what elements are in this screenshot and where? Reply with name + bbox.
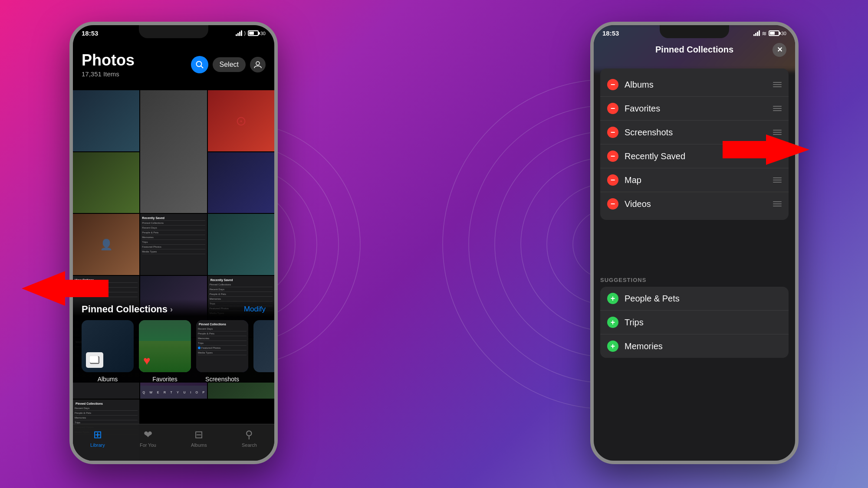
volume-up-button — [69, 90, 71, 112]
wifi-icon-right: ≋ — [762, 30, 767, 37]
remove-recently-saved-button[interactable]: − — [607, 151, 618, 162]
tab-albums-label: Albums — [191, 442, 207, 448]
photo-cell: 👤 — [73, 214, 139, 275]
right-volume-down — [590, 118, 592, 140]
suggestion-memories[interactable]: + Memories — [600, 334, 789, 358]
tab-library-label: Library — [90, 442, 105, 448]
albums-svg — [89, 356, 100, 364]
status-icons-right: ≋ 30 — [753, 30, 786, 37]
notch — [139, 25, 208, 38]
battery-percent-right: 30 — [781, 31, 786, 36]
list-item-videos-label: Videos — [625, 199, 769, 209]
photo-cell — [73, 152, 139, 213]
suggestions-list: + People & Pets + Trips + Memories — [600, 287, 789, 358]
header-buttons: Select — [191, 56, 266, 73]
screenshots-label: Screenshots — [205, 376, 239, 383]
svg-marker-16 — [22, 271, 108, 306]
signal-icon-left — [236, 30, 242, 36]
tab-albums[interactable]: ⊟ Albums — [191, 429, 207, 448]
suggestion-trips[interactable]: + Trips — [600, 311, 789, 334]
tab-search[interactable]: ⚲ Search — [242, 429, 257, 448]
tab-for-you-label: For You — [140, 442, 156, 448]
photos-title-block: Photos 17,351 Items — [82, 51, 135, 78]
photo-cell — [140, 90, 207, 213]
tab-library[interactable]: ⊞ Library — [90, 429, 105, 448]
favorites-thumb: ♥ — [139, 320, 191, 372]
list-item-videos[interactable]: − Videos — [600, 192, 789, 216]
left-phone: 18:53 ⟩ 30 Photos 17,351 Items — [69, 22, 278, 464]
add-memories-button[interactable]: + — [607, 341, 618, 352]
remove-screenshots-button[interactable]: − — [607, 127, 618, 138]
add-people-pets-button[interactable]: + — [607, 293, 618, 304]
suggestions-label: SUGGESTIONS — [600, 277, 789, 283]
remove-albums-button[interactable]: − — [607, 79, 618, 90]
svg-line-12 — [201, 66, 203, 68]
photos-title: Photos — [82, 51, 135, 69]
signal-icon-right — [753, 30, 760, 36]
photo-cell — [208, 214, 274, 275]
search-button[interactable] — [191, 56, 208, 73]
status-time-right: 18:53 — [602, 29, 619, 37]
modal-title: Pinned Collections — [655, 45, 733, 55]
suggestions-section: SUGGESTIONS + People & Pets + Trips + Me… — [594, 277, 795, 358]
remove-map-button[interactable]: − — [607, 174, 618, 186]
add-trips-button[interactable]: + — [607, 317, 618, 328]
tab-for-you[interactable]: ❤ For You — [140, 429, 156, 448]
pinned-collections-section: Pinned Collections › Modify — [73, 299, 274, 383]
photo-cell: Recently Saved Pinned Collections Recent… — [140, 214, 207, 275]
photo-cell: ⊙ — [208, 90, 274, 151]
list-item-albums[interactable]: − Albums — [600, 73, 789, 97]
suggestion-people-pets[interactable]: + People & Pets — [600, 287, 789, 311]
drag-handle-favorites[interactable] — [773, 106, 782, 111]
right-volume-up — [590, 90, 592, 112]
right-arrow — [723, 134, 809, 165]
remove-favorites-button[interactable]: − — [607, 103, 618, 114]
right-phone-content: 18:53 ≋ 30 Pinned Collections ✕ − Albums — [594, 25, 795, 461]
drag-handle-map[interactable] — [773, 177, 782, 183]
status-icons-left: ⟩ 30 — [236, 30, 266, 36]
svg-point-13 — [256, 62, 260, 65]
battery-fill-right — [770, 32, 775, 35]
albums-label: Albums — [98, 376, 118, 383]
battery-percent-left: 30 — [260, 31, 266, 36]
photo-cell — [73, 90, 139, 151]
battery-icon-left — [248, 30, 259, 36]
profile-button[interactable] — [250, 57, 266, 72]
svg-marker-17 — [723, 134, 809, 165]
remove-videos-button[interactable]: − — [607, 198, 618, 210]
right-power-button — [797, 99, 799, 129]
battery-fill — [249, 32, 254, 35]
suggestion-trips-label: Trips — [625, 318, 782, 328]
collection-screenshots[interactable]: Pinned Collections Recent Days People & … — [196, 320, 248, 383]
screenshots-mini: Pinned Collections Recent Days People & … — [196, 320, 248, 372]
modify-button[interactable]: Modify — [244, 305, 266, 314]
album-icon — [86, 352, 103, 368]
library-icon: ⊞ — [93, 429, 102, 441]
photos-header: Photos 17,351 Items Select — [73, 47, 274, 80]
select-button[interactable]: Select — [213, 57, 246, 72]
favorites-label: Favorites — [152, 376, 178, 383]
photos-subtitle: 17,351 Items — [82, 70, 135, 78]
drag-handle-videos[interactable] — [773, 201, 782, 206]
albums-thumb — [82, 320, 134, 372]
list-item-map[interactable]: − Map — [600, 168, 789, 192]
collection-favorites[interactable]: ♥ Favorites — [139, 320, 191, 383]
photos-title-row: Photos 17,351 Items Select — [82, 51, 266, 78]
tab-bar-left: ⊞ Library ❤ For You ⊟ Albums ⚲ Search — [73, 424, 274, 461]
collection-albums[interactable]: Albums — [82, 320, 134, 383]
suggestion-memories-label: Memories — [625, 341, 782, 351]
pinned-chevron-icon: › — [170, 305, 173, 314]
close-button[interactable]: ✕ — [773, 43, 786, 57]
list-item-favorites[interactable]: − Favorites — [600, 97, 789, 121]
list-item-albums-label: Albums — [625, 80, 769, 90]
screenshots-thumb: Pinned Collections Recent Days People & … — [196, 320, 248, 372]
drag-handle-albums[interactable] — [773, 82, 782, 87]
suggestion-people-pets-label: People & Pets — [625, 294, 782, 304]
mini-screenshot: Recently Saved Pinned Collections Recent… — [140, 214, 207, 275]
battery-icon-right — [769, 30, 779, 36]
list-item-favorites-label: Favorites — [625, 104, 769, 114]
recent-thumb — [253, 320, 274, 372]
heart-icon: ♥ — [143, 354, 151, 368]
left-arrow — [22, 271, 108, 306]
collection-recent[interactable]: R — [253, 320, 274, 383]
